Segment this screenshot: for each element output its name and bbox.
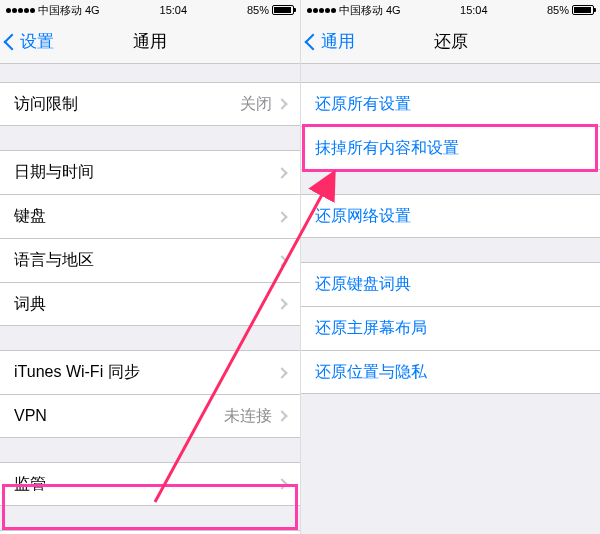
row-value: 未连接 [224, 406, 272, 427]
row-restrictions[interactable]: 访问限制 关闭 [0, 82, 300, 126]
row-label: 还原主屏幕布局 [315, 318, 586, 339]
back-button[interactable]: 通用 [307, 30, 355, 53]
row-date-time[interactable]: 日期与时间 [0, 150, 300, 194]
row-reset-location-privacy[interactable]: 还原位置与隐私 [301, 350, 600, 394]
page-title: 通用 [133, 30, 167, 53]
chevron-right-icon [276, 211, 287, 222]
row-vpn[interactable]: VPN 未连接 [0, 394, 300, 438]
row-label: 监管 [14, 474, 278, 495]
row-value: 关闭 [240, 94, 272, 115]
row-label: 抹掉所有内容和设置 [315, 138, 586, 159]
status-bar: 中国移动 4G 15:04 85% [301, 0, 600, 20]
chevron-left-icon [4, 33, 21, 50]
status-bar: 中国移动 4G 15:04 85% [0, 0, 300, 20]
row-label: 词典 [14, 294, 278, 315]
battery-icon [272, 5, 294, 15]
back-label: 通用 [321, 30, 355, 53]
chevron-left-icon [305, 33, 322, 50]
chevron-right-icon [276, 167, 287, 178]
signal-dots-icon [6, 8, 35, 13]
battery-percent: 85% [547, 4, 569, 16]
battery-icon [572, 5, 594, 15]
row-label: 还原网络设置 [315, 206, 586, 227]
row-label: 键盘 [14, 206, 278, 227]
signal-dots-icon [307, 8, 336, 13]
row-dictionary[interactable]: 词典 [0, 282, 300, 326]
back-button[interactable]: 设置 [6, 30, 54, 53]
row-reset[interactable]: 还原 [0, 530, 300, 534]
row-reset-keyboard-dict[interactable]: 还原键盘词典 [301, 262, 600, 306]
navbar: 通用 还原 [301, 20, 600, 64]
row-label: 日期与时间 [14, 162, 278, 183]
row-label: 还原位置与隐私 [315, 362, 586, 383]
row-label: 访问限制 [14, 94, 240, 115]
row-erase-all-content[interactable]: 抹掉所有内容和设置 [301, 126, 600, 170]
network-label: 4G [85, 4, 100, 16]
chevron-right-icon [276, 255, 287, 266]
row-keyboard[interactable]: 键盘 [0, 194, 300, 238]
network-label: 4G [386, 4, 401, 16]
chevron-right-icon [276, 478, 287, 489]
row-label: 还原所有设置 [315, 94, 586, 115]
row-reset-all-settings[interactable]: 还原所有设置 [301, 82, 600, 126]
time-label: 15:04 [160, 4, 188, 16]
screen-reset: 中国移动 4G 15:04 85% 通用 还原 还原所有设置 抹掉所有内容和设置 [300, 0, 600, 534]
row-label: VPN [14, 407, 224, 425]
carrier-label: 中国移动 [38, 3, 82, 18]
row-label: 还原键盘词典 [315, 274, 586, 295]
row-profile[interactable]: 监管 [0, 462, 300, 506]
row-reset-network[interactable]: 还原网络设置 [301, 194, 600, 238]
page-title: 还原 [434, 30, 468, 53]
back-label: 设置 [20, 30, 54, 53]
row-language-region[interactable]: 语言与地区 [0, 238, 300, 282]
carrier-label: 中国移动 [339, 3, 383, 18]
row-itunes-wifi-sync[interactable]: iTunes Wi-Fi 同步 [0, 350, 300, 394]
screen-general: 中国移动 4G 15:04 85% 设置 通用 访问限制 关闭 [0, 0, 300, 534]
battery-percent: 85% [247, 4, 269, 16]
row-reset-home-layout[interactable]: 还原主屏幕布局 [301, 306, 600, 350]
navbar: 设置 通用 [0, 20, 300, 64]
row-label: 语言与地区 [14, 250, 278, 271]
chevron-right-icon [276, 298, 287, 309]
row-label: iTunes Wi-Fi 同步 [14, 362, 278, 383]
time-label: 15:04 [460, 4, 488, 16]
chevron-right-icon [276, 98, 287, 109]
chevron-right-icon [276, 367, 287, 378]
chevron-right-icon [276, 410, 287, 421]
